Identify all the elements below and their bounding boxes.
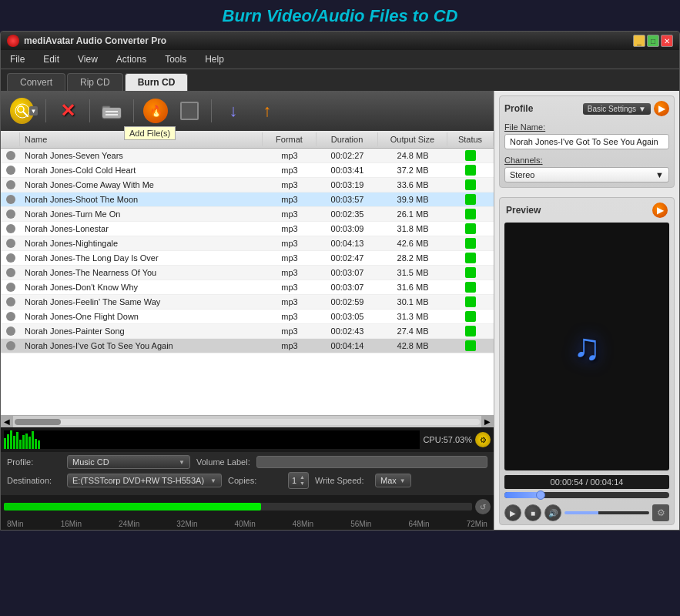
basic-settings-arrow: ▼ xyxy=(638,105,646,113)
table-row[interactable]: Norah Jones-Turn Me On mp3 00:02:35 26.1… xyxy=(1,207,494,222)
cpu-settings-icon[interactable]: ⚙ xyxy=(475,432,491,447)
move-down-button[interactable]: ↓ xyxy=(219,97,247,125)
play-button[interactable]: ▶ xyxy=(504,504,521,521)
destination-label: Destination: xyxy=(7,476,61,485)
volume-label-input[interactable] xyxy=(256,456,487,468)
table-row[interactable]: Norah Jones-One Flight Down mp3 00:03:05… xyxy=(1,310,494,324)
wave-bar xyxy=(19,440,22,449)
preview-go-button[interactable]: ▶ xyxy=(652,203,668,218)
maximize-button[interactable]: □ xyxy=(647,35,659,47)
spin-up-button[interactable]: ▲ xyxy=(300,474,305,480)
menu-edit[interactable]: Edit xyxy=(40,52,62,66)
table-row[interactable]: Norah Jones-Painter Song mp3 00:02:43 27… xyxy=(1,324,494,339)
title-bar-buttons: _ □ ✕ xyxy=(633,35,673,47)
profile-action-button[interactable]: ▶ xyxy=(654,101,669,116)
scroll-track[interactable] xyxy=(15,419,480,425)
file-name-input[interactable]: Norah Jones-I've Got To See You Again xyxy=(504,134,669,149)
svg-rect-5 xyxy=(102,108,121,118)
horizontal-scrollbar[interactable]: ◀ ▶ xyxy=(1,415,494,427)
profile-dropdown[interactable]: Music CD ▼ xyxy=(67,455,190,469)
col-format-header: Format xyxy=(263,132,317,146)
toolbar-separator-4 xyxy=(211,99,212,122)
wave-bar xyxy=(32,431,34,449)
profile-value: Music CD xyxy=(72,457,109,467)
delete-button[interactable]: ✕ xyxy=(54,97,82,125)
menu-tools[interactable]: Tools xyxy=(162,52,189,66)
write-speed-dropdown[interactable]: Max ▼ xyxy=(375,474,411,487)
write-speed-label: Write Speed: xyxy=(315,476,369,485)
destination-row: Destination: E:(TSSTcorp DVD+RW TS-H553A… xyxy=(7,472,487,489)
preview-title: Preview xyxy=(506,205,541,216)
timeline-track[interactable] xyxy=(4,503,472,511)
menu-help[interactable]: Help xyxy=(202,52,227,66)
menu-actions[interactable]: Actions xyxy=(113,52,149,66)
main-content: ▼ ✕ xyxy=(1,91,679,530)
tooltip-add-files: Add File(s) xyxy=(124,126,176,140)
table-row[interactable]: Norah Jones-Come Away With Me mp3 00:03:… xyxy=(1,178,494,192)
timeline-mark: 56Min xyxy=(350,520,371,528)
table-row[interactable]: Norah Jones-The Nearness Of You mp3 00:0… xyxy=(1,266,494,280)
tab-rip-cd[interactable]: Rip CD xyxy=(67,73,123,91)
tab-convert[interactable]: Convert xyxy=(7,73,65,91)
move-up-button[interactable]: ↑ xyxy=(253,97,281,125)
status-badge xyxy=(465,311,476,322)
table-row[interactable]: Norah Jones-Nightingale mp3 00:04:13 42.… xyxy=(1,236,494,251)
repeat-button[interactable]: ↺ xyxy=(475,499,491,514)
destination-value: E:(TSSTcorp DVD+RW TS-H553A) xyxy=(72,476,204,485)
toolbar-separator-2 xyxy=(89,99,90,122)
minimize-button[interactable]: _ xyxy=(633,35,645,47)
stop-preview-button[interactable]: ■ xyxy=(524,504,541,521)
table-row[interactable]: Norah Jones-Shoot The Moon mp3 00:03:57 … xyxy=(1,192,494,207)
profile-header: Profile Basic Settings ▼ ▶ xyxy=(504,101,669,116)
scroll-thumb[interactable] xyxy=(15,419,61,425)
table-row[interactable]: Norah Jones-Don't Know Why mp3 00:03:07 … xyxy=(1,280,494,295)
table-row[interactable]: Norah Jones-I've Got To See You Again mp… xyxy=(1,339,494,353)
preview-time: 00:00:54 / 00:04:14 xyxy=(504,475,669,489)
write-speed-arrow: ▼ xyxy=(400,477,406,484)
basic-settings-button[interactable]: Basic Settings ▼ xyxy=(583,103,651,115)
title-bar: mediAvatar Audio Converter Pro _ □ ✕ xyxy=(1,32,679,50)
status-badge xyxy=(465,165,476,176)
spin-down-button[interactable]: ▼ xyxy=(300,480,305,487)
preview-settings-button[interactable]: ⚙ xyxy=(652,504,669,521)
destination-dropdown[interactable]: E:(TSSTcorp DVD+RW TS-H553A) ▼ xyxy=(67,474,222,487)
scroll-left-button[interactable]: ◀ xyxy=(1,416,13,428)
waveform-area: CPU:57.03% ⚙ xyxy=(1,427,494,452)
file-list-header: Name Format Duration Output Size Status xyxy=(1,131,494,149)
title-bar-left: mediAvatar Audio Converter Pro xyxy=(7,35,166,47)
menu-view[interactable]: View xyxy=(75,52,101,66)
burn-button[interactable]: 🔥 xyxy=(142,97,169,125)
wave-bar xyxy=(25,434,28,449)
wave-bar xyxy=(13,436,15,449)
right-panel: Profile Basic Settings ▼ ▶ File Name: No… xyxy=(494,91,679,530)
preview-area: ♫ xyxy=(504,223,669,470)
table-row[interactable]: Norah Jones-The Long Day Is Over mp3 00:… xyxy=(1,251,494,266)
table-row[interactable]: Norah Jones-Lonestar mp3 00:03:09 31.8 M… xyxy=(1,222,494,236)
tab-burn-cd[interactable]: Burn CD xyxy=(125,73,189,91)
add-files-dropdown[interactable]: ▼ xyxy=(29,106,38,116)
status-badge xyxy=(465,282,476,293)
left-panel: ▼ ✕ xyxy=(1,91,494,530)
preview-controls: ▶ ■ 🔊 ⚙ xyxy=(500,501,674,524)
profile-row: Profile: Music CD ▼ Volume Label: xyxy=(7,455,487,469)
table-row[interactable]: Norah Jones-Seven Years mp3 00:02:27 24.… xyxy=(1,149,494,163)
channels-dropdown[interactable]: Stereo ▼ xyxy=(504,167,669,182)
close-button[interactable]: ✕ xyxy=(661,35,673,47)
burn-icon: 🔥 xyxy=(143,99,168,123)
volume-slider[interactable] xyxy=(564,511,649,514)
wave-bar xyxy=(38,440,40,449)
volume-button[interactable]: 🔊 xyxy=(544,504,561,521)
progress-knob[interactable] xyxy=(536,490,545,500)
copies-spinner[interactable]: 1 ▲ ▼ xyxy=(288,472,309,489)
open-folder-button[interactable] xyxy=(98,97,126,125)
menu-file[interactable]: File xyxy=(7,52,28,66)
status-badge xyxy=(465,150,476,161)
scroll-right-button[interactable]: ▶ xyxy=(481,416,494,428)
file-list: Name Format Duration Output Size Status … xyxy=(1,131,494,415)
table-row[interactable]: Norah Jones-Feelin' The Same Way mp3 00:… xyxy=(1,295,494,310)
table-row[interactable]: Norah Jones-Cold Cold Heart mp3 00:03:41… xyxy=(1,163,494,178)
add-files-button[interactable]: ▼ xyxy=(10,97,38,125)
wave-bar xyxy=(16,432,18,449)
preview-progress-bar[interactable] xyxy=(504,492,669,498)
stop-button[interactable] xyxy=(176,97,203,125)
